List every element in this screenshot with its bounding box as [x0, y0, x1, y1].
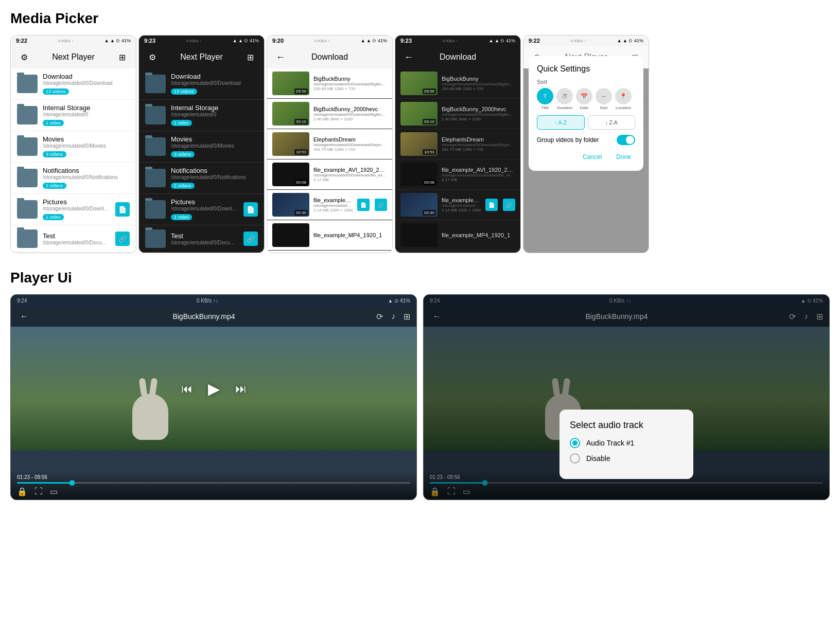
sort-size[interactable]: ↔ Size — [596, 88, 612, 110]
video-hevc-light[interactable]: 00:10 BigBuckBunny_2000hevc /storage/emu… — [267, 99, 392, 129]
radio-inner-track1 — [572, 440, 577, 446]
player-progress-bar-1[interactable] — [17, 482, 410, 484]
crop-icon-1[interactable]: ▭ — [50, 487, 58, 496]
folder-path: /storage/emulated/0/Documents/Te... — [171, 240, 238, 245]
folder-item-pictures-1[interactable]: Pictures /storage/emulated/0/Download/Pi… — [11, 194, 136, 225]
folder-name: Internal Storage — [43, 104, 130, 112]
player-back-button-1[interactable]: ← — [17, 309, 31, 324]
prev-button-1[interactable]: ⏮ — [181, 382, 192, 395]
status-bar-3: 9:20 0 KB/s ↑ ▲ ▲ ⊙ 41% — [267, 36, 392, 46]
quick-settings-card: Quick Settings Sort T Title ⏱ Duration 📅… — [529, 56, 643, 171]
video-mp4-light[interactable]: file_example_MP4_1920_1 — [267, 220, 392, 251]
link-action-icon[interactable]: 🔗 — [115, 232, 130, 246]
folder-item-movies-1[interactable]: Movies /storage/emulated/0/Movies 3 vide… — [11, 131, 136, 163]
grid-icon-1[interactable]: ⊞ — [115, 50, 130, 64]
video-link-action[interactable]: 🔗 — [375, 199, 387, 211]
video-meta: 2.40 MB 3840 × 2160 — [442, 117, 515, 121]
folder-item-internal-1[interactable]: Internal Storage /storage/emulated/0 1 v… — [11, 100, 136, 131]
folder-badge: 13 videos — [171, 88, 197, 95]
folder-pictures-dark[interactable]: Pictures /storage/emulated/0/Download/Pi… — [139, 194, 264, 225]
qs-done-button[interactable]: Done — [612, 151, 635, 163]
qs-cancel-button[interactable]: Cancel — [579, 151, 606, 163]
music-icon-1[interactable]: ♪ — [391, 312, 395, 322]
order-za-button[interactable]: ↓ Z-A — [588, 115, 636, 130]
sort-title[interactable]: T Title — [537, 88, 553, 110]
folder-download-dark[interactable]: Download /storage/emulated/0/Download 13… — [139, 68, 264, 100]
folder-item-test-1[interactable]: Test /storage/emulated/0/Documents/Te...… — [11, 225, 136, 253]
fullscreen-icon-1[interactable]: ⛶ — [34, 487, 43, 496]
lock-icon-1[interactable]: 🔒 — [17, 487, 27, 496]
file-action-dark[interactable]: 📄 — [243, 202, 258, 217]
sort-date[interactable]: 📅 Date — [576, 88, 592, 110]
status-bar-1: 9:22 0 KB/s ↑ ▲ ▲ ⊙ 41% — [11, 36, 136, 46]
video-file-action[interactable]: 📄 — [357, 199, 370, 211]
folder-item-notifications-1[interactable]: Notifications /storage/emulated/0/Notifi… — [11, 163, 136, 194]
settings-icon-2[interactable]: ⚙ — [145, 50, 160, 64]
folder-info-test-1: Test /storage/emulated/0/Documents/Te... — [43, 232, 110, 245]
next-button-1[interactable]: ⏭ — [235, 382, 247, 395]
video-meta: 2.14 MB 1920 × 1080 — [313, 208, 353, 212]
audio-option-1[interactable]: Audio Track #1 — [570, 438, 683, 448]
folder-info-download-1: Download /storage/emulated/0/Download 13… — [43, 73, 130, 95]
sort-location[interactable]: 📍 Location — [615, 88, 632, 110]
grid-icon-2[interactable]: ⊞ — [243, 50, 258, 64]
back-button-4[interactable]: ← — [401, 50, 416, 64]
sort-icon-location: 📍 — [615, 88, 632, 104]
app-bar-title-1: Next Player — [52, 52, 95, 62]
video-info-bbb-dark: BigBuckBunny /storage/emulated/0/Downloa… — [442, 76, 515, 91]
duration-elf-1: 10:53 — [294, 149, 308, 155]
group-toggle[interactable] — [617, 135, 635, 145]
folder-notifications-dark[interactable]: Notifications /storage/emulated/0/Notifi… — [139, 163, 264, 194]
video-mp4-dark[interactable]: file_example_MP4_1920_1 — [395, 220, 520, 251]
audio-option-disable[interactable]: Disable — [570, 453, 683, 464]
video-hevc-dark[interactable]: 00:10 BigBuckBunny_2000hevc /storage/emu… — [395, 99, 520, 129]
time-4: 9:23 — [400, 38, 412, 44]
folder-movies-dark[interactable]: Movies /storage/emulated/0/Movies 3 vide… — [139, 131, 264, 163]
rotate-icon-1[interactable]: ⟳ — [376, 312, 383, 322]
radio-disable[interactable] — [570, 453, 580, 464]
video-avi-dark[interactable]: 00:08 file_example_AVI_1920_2_3MG /stora… — [395, 159, 520, 190]
video-bbb-light[interactable]: 09:56 BigBuckBunny /storage/emulated/0/D… — [267, 68, 392, 99]
folder-info-notifications-1: Notifications /storage/emulated/0/Notifi… — [43, 167, 130, 189]
time-1: 9:22 — [16, 38, 27, 44]
player-ui-section: Player Ui 9:24 0 KB/s ↑↓ ▲ ⊙ 41% ← BigBu… — [10, 270, 830, 500]
video-mov-dark[interactable]: 00:30 file_example_MOV_1920_2MB /storage… — [395, 190, 520, 220]
order-az-button[interactable]: ↑ A-Z — [537, 115, 585, 130]
qs-group-label: Group videos by folder — [537, 136, 599, 144]
link-action-dark[interactable]: 🔗 — [243, 232, 258, 246]
sort-duration[interactable]: ⏱ Duration — [556, 88, 573, 110]
folder-icon-d2 — [145, 106, 166, 125]
sort-icon-duration: ⏱ — [556, 88, 573, 104]
video-bbb-dark[interactable]: 09:56 BigBuckBunny /storage/emulated/0/D… — [395, 68, 520, 99]
folder-icon-6 — [17, 229, 38, 248]
video-path: /storage/emulated/0/Download/file_exampl… — [313, 173, 387, 177]
video-meta: 161.75 MB 1280 × 720 — [313, 147, 387, 152]
video-info-bbb-1: BigBuckBunny /storage/emulated/0/Downloa… — [313, 76, 387, 91]
video-elf-light[interactable]: 10:53 ElephantsDream /storage/emulated/0… — [267, 129, 392, 159]
subtitles-icon-1[interactable]: ⊞ — [404, 312, 410, 322]
video-link-action-dark[interactable]: 🔗 — [503, 199, 515, 211]
video-file-action-dark[interactable]: 📄 — [485, 199, 498, 211]
folder-item-download-1[interactable]: Download /storage/emulated/0/Download 13… — [11, 68, 136, 100]
time-2: 9:23 — [144, 38, 155, 44]
folder-name: Pictures — [171, 198, 238, 206]
settings-icon-1[interactable]: ⚙ — [17, 50, 31, 64]
folder-path: /storage/emulated/0/Download — [43, 80, 130, 86]
back-button-3[interactable]: ← — [273, 50, 288, 64]
folder-test-dark[interactable]: Test /storage/emulated/0/Documents/Te...… — [139, 225, 264, 253]
play-button-1[interactable]: ▶ — [208, 380, 220, 398]
bunny-ear-left-1 — [139, 378, 148, 396]
player-time-1: 9:24 — [17, 298, 27, 304]
video-mov-light[interactable]: 00:30 file_example_MOV_1920_2MB /storage… — [267, 190, 392, 220]
folder-name: Test — [171, 232, 238, 240]
radio-track1[interactable] — [570, 438, 580, 448]
video-avi-light[interactable]: 00:08 file_example_AVI_1920_2_3MG /stora… — [267, 159, 392, 190]
video-elf-dark[interactable]: 10:53 ElephantsDream /storage/emulated/0… — [395, 129, 520, 159]
folder-internal-dark[interactable]: Internal Storage /storage/emulated/0 1 v… — [139, 100, 264, 131]
file-action-icon[interactable]: 📄 — [115, 202, 130, 217]
video-path: /storage/emulated/0/Download/ElephantsDr… — [313, 143, 387, 147]
folder-name: Pictures — [43, 198, 110, 206]
folder-icon-d6 — [145, 229, 166, 248]
folder-info-d2: Internal Storage /storage/emulated/0 1 v… — [171, 104, 258, 127]
video-path: /storage/emulated/0/Download/BigBuckBunn… — [313, 82, 387, 86]
